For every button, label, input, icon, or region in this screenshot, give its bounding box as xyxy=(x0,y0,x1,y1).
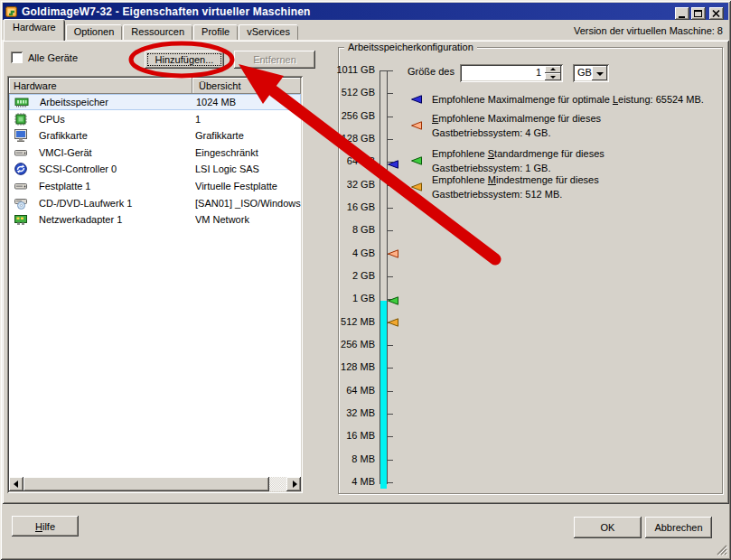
network-adapter-icon xyxy=(14,212,28,227)
close-icon[interactable] xyxy=(709,7,724,20)
tab-optionen[interactable]: Optionen xyxy=(66,24,123,41)
hardware-row-6[interactable]: Festplatte 1Virtuelle Festplatte xyxy=(9,178,301,194)
memory-size-value: 1 xyxy=(536,67,541,78)
hardware-list-header: Hardware Übersicht xyxy=(9,78,301,94)
scale-tick xyxy=(388,230,393,231)
memory-size-input[interactable]: 1 xyxy=(460,64,563,82)
legend-text: Empfohlene Standardmenge für diesesGastb… xyxy=(432,146,604,175)
scale-label: 512 GB xyxy=(332,87,375,98)
memory-icon xyxy=(14,95,29,109)
scale-tick xyxy=(388,391,393,392)
legend-marker-icon xyxy=(401,111,432,140)
legend-text: Empfohlene Mindestmenge für diesesGastbe… xyxy=(432,173,599,201)
scale-label: 128 GB xyxy=(332,133,375,144)
ok-button[interactable]: OK xyxy=(574,517,642,538)
scale-label: 8 MB xyxy=(332,453,375,464)
scroll-left-button[interactable] xyxy=(9,477,23,491)
legend-row: Empfohlene Maximalmenge für optimale Lei… xyxy=(401,92,719,107)
device-summary: 1 xyxy=(195,114,301,125)
min-guest-marker[interactable] xyxy=(388,318,398,329)
max-performance-marker[interactable] xyxy=(388,160,398,171)
hard-disk-icon xyxy=(14,179,28,193)
scale-tick xyxy=(388,368,393,369)
scale-tick xyxy=(388,414,393,415)
scale-label: 2 GB xyxy=(332,270,375,281)
hardware-row-7[interactable]: CD-/DVD-Laufwerk 1[SAN01] _ISO/Windows. xyxy=(9,195,301,211)
cancel-button[interactable]: Abbrechen xyxy=(645,517,712,538)
remove-hardware-button[interactable]: Entfernen xyxy=(234,51,315,69)
memory-unit-value: GB xyxy=(577,67,592,78)
scale-tick xyxy=(388,117,393,117)
hardware-row-5[interactable]: SCSI-Controller 0LSI Logic SAS xyxy=(9,161,301,177)
memory-configuration-group: Arbeitsspeicherkonfiguration Größe des 1… xyxy=(338,47,723,494)
device-summary: Grafikkarte xyxy=(195,130,301,141)
scale-label: 16 MB xyxy=(332,430,375,441)
device-name: Arbeitsspeicher xyxy=(40,97,187,107)
hardware-row-8[interactable]: Netzwerkadapter 1VM Network xyxy=(9,211,301,228)
help-button[interactable]: Hilfe xyxy=(12,516,79,537)
scale-label: 8 GB xyxy=(332,224,375,235)
resize-grip[interactable] xyxy=(716,544,727,555)
cpu-icon xyxy=(14,112,28,126)
scale-label: 32 MB xyxy=(332,407,375,418)
device-summary: LSI Logic SAS xyxy=(195,163,301,174)
hardware-row-1[interactable]: Arbeitsspeicher1024 MB xyxy=(9,94,301,110)
scrollbar-thumb[interactable] xyxy=(23,477,269,491)
column-header-hardware[interactable]: Hardware xyxy=(9,78,192,94)
tab-hardware[interactable]: Hardware xyxy=(4,19,65,41)
scale-tick xyxy=(388,436,393,437)
device-summary: Eingeschränkt xyxy=(195,147,301,158)
spin-up-button[interactable] xyxy=(545,66,561,73)
dropdown-arrow-icon[interactable] xyxy=(592,66,607,80)
hardware-row-4[interactable]: VMCI-GerätEingeschränkt xyxy=(9,145,301,161)
device-name: SCSI-Controller 0 xyxy=(39,163,186,174)
titlebar[interactable]: GoldimageW7-32 - Eigenschaften virtuelle… xyxy=(3,3,728,20)
default-guest-marker[interactable] xyxy=(388,296,398,307)
all-devices-checkbox[interactable] xyxy=(11,51,23,63)
column-header-summary[interactable]: Übersicht xyxy=(192,78,301,94)
tab-vservices[interactable]: vServices xyxy=(239,24,298,41)
device-summary: Virtuelle Festplatte xyxy=(195,181,301,191)
hardware-row-3[interactable]: GrafikkarteGrafikkarte xyxy=(9,127,301,144)
scroll-right-button[interactable] xyxy=(286,477,301,491)
device-name: Netzwerkadapter 1 xyxy=(39,214,186,225)
minimize-button[interactable] xyxy=(675,7,689,20)
spin-down-button[interactable] xyxy=(545,73,561,80)
scale-label: 1011 GB xyxy=(332,64,375,75)
legend-marker-icon xyxy=(401,92,432,107)
tab-profile[interactable]: Profile xyxy=(193,24,238,41)
device-name: VMCI-Gerät xyxy=(39,147,186,158)
legend-row: Empfohlene Mindestmenge für diesesGastbe… xyxy=(401,173,719,201)
add-hardware-button[interactable]: Hinzufügen... xyxy=(145,51,224,69)
max-guest-marker[interactable] xyxy=(388,249,398,260)
device-summary: VM Network xyxy=(195,214,301,225)
memory-fill-bar xyxy=(380,301,387,489)
memory-size-label: Größe des xyxy=(408,66,455,77)
scsi-controller-icon xyxy=(14,162,28,176)
legend-marker-icon xyxy=(401,173,432,201)
memory-unit-dropdown[interactable]: GB xyxy=(573,64,609,82)
device-name: Grafikkarte xyxy=(39,130,186,141)
window-title: GoldimageW7-32 - Eigenschaften virtuelle… xyxy=(22,5,311,18)
vm-app-icon xyxy=(5,5,19,19)
scale-label: 4 MB xyxy=(332,476,375,487)
scrollbar-track[interactable] xyxy=(269,477,286,491)
maximize-button[interactable] xyxy=(691,7,706,20)
tab-strip: HardwareOptionenRessourcenProfilevServic… xyxy=(4,23,299,41)
scale-label: 256 GB xyxy=(332,110,375,121)
scale-label: 32 GB xyxy=(332,179,375,190)
hardware-row-2[interactable]: CPUs1 xyxy=(9,111,301,127)
vm-version-label: Version der virtuellen Maschine: 8 xyxy=(574,25,723,36)
scale-label: 256 MB xyxy=(332,339,375,350)
scale-tick xyxy=(388,185,393,186)
tab-ressourcen[interactable]: Ressourcen xyxy=(123,24,192,41)
legend-text: Empfohlene Maximalmenge für diesesGastbe… xyxy=(432,111,601,140)
device-name: CPUs xyxy=(39,114,186,125)
device-summary: [SAN01] _ISO/Windows. xyxy=(195,198,301,209)
scale-label: 64 GB xyxy=(332,155,375,166)
scale-tick xyxy=(388,276,393,277)
scale-label: 64 MB xyxy=(332,385,375,396)
horizontal-scrollbar[interactable] xyxy=(9,477,301,491)
hardware-list[interactable]: Hardware Übersicht Arbeitsspeicher1024 M… xyxy=(7,76,303,493)
vm-properties-dialog: GoldimageW7-32 - Eigenschaften virtuelle… xyxy=(0,0,731,560)
